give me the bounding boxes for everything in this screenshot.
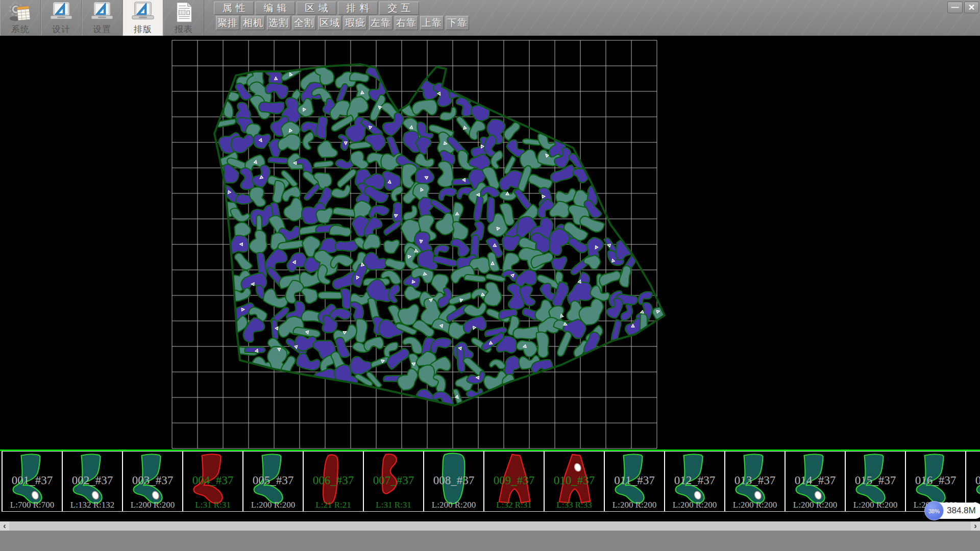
nav-label: 排版 <box>123 23 163 35</box>
tool-buttons: 聚排相机选割全割区域瑕疵左靠右靠上靠下靠 <box>216 16 469 30</box>
thumbnail-004_#37[interactable]: 004_#37L:31 R:31 <box>183 451 243 512</box>
menu-tab-5[interactable]: 交互 <box>379 2 419 15</box>
nav-item-2[interactable]: 设计 <box>41 0 82 36</box>
thumbnail-002_#37[interactable]: 002_#37L:132 R:132 <box>63 451 123 512</box>
laptop-ruler-icon <box>90 2 114 23</box>
piece-lr-count: L:700 R:700 <box>3 500 62 510</box>
piece-id: 007_#37 <box>364 474 423 487</box>
menu-tab-1[interactable]: 属性 <box>214 2 254 15</box>
status-bar <box>0 531 980 551</box>
close-button[interactable]: ✕ <box>964 2 979 13</box>
piece-lr-count: L:132 R:132 <box>63 500 122 510</box>
tool-button-7[interactable]: 左靠 <box>369 16 393 30</box>
thumbnail-003_#37[interactable]: 003_#37L:200 R:200 <box>123 451 183 512</box>
tool-button-8[interactable]: 右靠 <box>395 16 418 30</box>
piece-id: 008_#37 <box>424 474 483 487</box>
thumbnail-014_#37[interactable]: 014_#37L:200 R:200 <box>786 451 846 512</box>
piece-id: 015_#37 <box>846 474 905 487</box>
piece-lr-count: L:31 R:31 <box>364 500 423 510</box>
piece-lr-count: L:200 R:200 <box>605 500 664 510</box>
tool-button-6[interactable]: 瑕疵 <box>344 16 367 30</box>
piece-id: 006_#37 <box>304 474 363 487</box>
nav-item-5[interactable]: 报表 <box>163 0 204 36</box>
thumbnail-012_#37[interactable]: 012_#37L:200 R:200 <box>665 451 725 512</box>
minimize-button[interactable]: — <box>947 2 963 13</box>
app-window: 系统设计设置排版报表 属性编辑区域排料交互 聚排相机选割全割区域瑕疵左靠右靠上靠… <box>0 0 980 551</box>
scroll-left-button[interactable]: ‹ <box>0 521 9 531</box>
piece-lr-count: L:200 R:200 <box>846 500 905 510</box>
memory-value: 384.8M <box>947 506 976 516</box>
tool-button-9[interactable]: 上靠 <box>420 16 444 30</box>
thumbnail-011_#37[interactable]: 011_#37L:200 R:200 <box>605 451 665 512</box>
thumbnail-005_#37[interactable]: 005_#37L:200 R:200 <box>243 451 304 512</box>
nav-item-3[interactable]: 设置 <box>82 0 122 36</box>
memory-badge[interactable]: 38% 384.8M <box>925 503 980 519</box>
piece-lr-count: L:31 R:31 <box>183 500 242 510</box>
scroll-right-button[interactable]: › <box>971 521 980 531</box>
piece-id: 017_#37 <box>966 474 980 487</box>
laptop-ruler-icon <box>131 2 155 23</box>
piece-id: 010_#37 <box>545 474 604 487</box>
piece-id: 013_#37 <box>725 474 785 487</box>
laptop-ruler-icon <box>50 2 73 23</box>
nav-label: 报表 <box>164 23 204 35</box>
piece-id: 003_#37 <box>123 474 182 487</box>
report-document-icon <box>172 2 195 23</box>
nav-label: 设计 <box>41 23 81 35</box>
nav-label: 系统 <box>1 23 40 35</box>
menu-tabs: 属性编辑区域排料交互 <box>214 2 419 15</box>
tool-button-1[interactable]: 聚排 <box>216 16 239 30</box>
tool-button-5[interactable]: 区域 <box>318 16 341 30</box>
tool-button-4[interactable]: 全割 <box>292 16 316 30</box>
nav-label: 设置 <box>82 23 122 35</box>
thumbnail-001_#37[interactable]: 001_#37L:700 R:700 <box>2 451 63 512</box>
piece-lr-count: L:32 R:31 <box>484 500 544 510</box>
tool-button-2[interactable]: 相机 <box>241 16 265 30</box>
piece-id: 001_#37 <box>3 474 62 487</box>
menu-tab-3[interactable]: 区域 <box>297 2 336 15</box>
menu-tab-4[interactable]: 排料 <box>338 2 378 15</box>
piece-id: 011_#37 <box>605 474 664 487</box>
menu-tab-2[interactable]: 编辑 <box>255 2 295 15</box>
piece-id: 016_#37 <box>906 474 965 487</box>
piece-lr-count: L:200 R:200 <box>786 500 845 510</box>
nesting-canvas[interactable] <box>0 36 980 449</box>
tool-button-3[interactable]: 选割 <box>267 16 290 30</box>
piece-lr-count: L:200 R:200 <box>725 500 785 510</box>
piece-id: 005_#37 <box>243 474 303 487</box>
tool-button-10[interactable]: 下靠 <box>446 16 469 30</box>
nav-item-1[interactable]: 系统 <box>0 0 41 36</box>
horizontal-scrollbar[interactable]: ‹ › <box>0 521 980 531</box>
thumbnail-006_#37[interactable]: 006_#37L:21 R:21 <box>304 451 364 512</box>
piece-lr-count: L:21 R:21 <box>304 500 363 510</box>
piece-id: 004_#37 <box>183 474 242 487</box>
title-bar[interactable]: 系统设计设置排版报表 属性编辑区域排料交互 聚排相机选割全割区域瑕疵左靠右靠上靠… <box>0 0 980 36</box>
thumbnail-013_#37[interactable]: 013_#37L:200 R:200 <box>725 451 786 512</box>
piece-lr-count: L:200 R:200 <box>424 500 483 510</box>
thumbnail-009_#37[interactable]: 009_#37L:32 R:31 <box>484 451 545 512</box>
thumbnail-015_#37[interactable]: 015_#37L:200 R:200 <box>846 451 906 512</box>
piece-lr-count: L:200 R:200 <box>243 500 303 510</box>
piece-lr-count: L:33 R:33 <box>545 500 604 510</box>
piece-lr-count: L:200 R:200 <box>123 500 182 510</box>
thumbnail-strip: 001_#37L:700 R:700002_#37L:132 R:132003_… <box>0 451 980 512</box>
thumbnail-010_#37[interactable]: 010_#37L:33 R:33 <box>545 451 605 512</box>
thumbnail-008_#37[interactable]: 008_#37L:200 R:200 <box>424 451 484 512</box>
piece-id: 014_#37 <box>786 474 845 487</box>
piece-id: 002_#37 <box>63 474 122 487</box>
nav-item-4[interactable]: 排版 <box>122 0 163 36</box>
gear-spreadsheet-icon <box>9 2 32 23</box>
piece-id: 009_#37 <box>484 474 544 487</box>
percent-indicator: 38% <box>924 501 944 520</box>
thumbnail-007_#37[interactable]: 007_#37L:31 R:31 <box>364 451 424 512</box>
piece-lr-count: L:200 R:200 <box>665 500 724 510</box>
piece-id: 012_#37 <box>665 474 724 487</box>
